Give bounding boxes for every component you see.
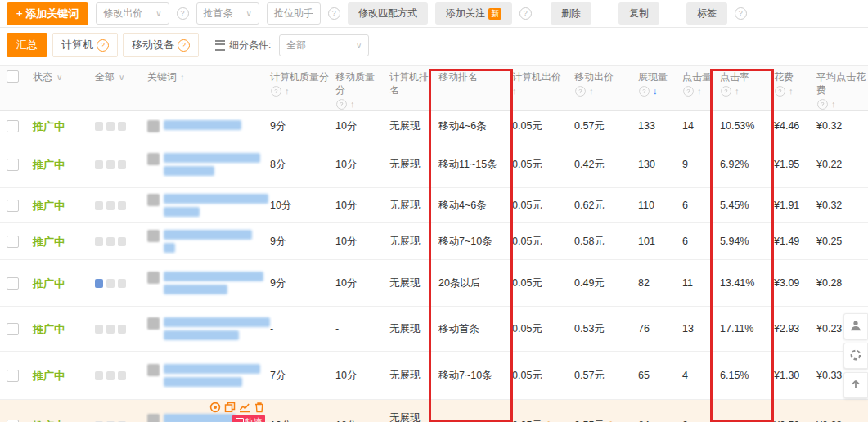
sort-icon[interactable]: ↑ <box>589 85 594 97</box>
trajectory-badge[interactable]: 轨迹 <box>232 415 265 422</box>
segment-filter-dropdown[interactable]: 全部 ∨ <box>279 34 369 56</box>
tab-computer[interactable]: 计算机 ? <box>52 33 118 57</box>
floating-sidebar <box>843 313 868 398</box>
keyword-cell: 轨迹 <box>141 414 263 422</box>
bid-value: 0.05元 <box>512 236 542 247</box>
help-icon[interactable]: ? <box>639 86 650 97</box>
help-icon[interactable]: ? <box>817 100 828 110</box>
column-header-mobile-quality-score[interactable]: 移动质量分?↑ <box>329 70 383 110</box>
grab-first-dropdown[interactable]: 抢首条 ∨ <box>196 2 259 25</box>
pc-rank-cell: 无展现 <box>383 234 432 249</box>
sort-icon[interactable]: ↑ <box>831 98 836 110</box>
keyword-cell <box>141 364 263 387</box>
add-watch-button[interactable]: 添加关注 新 <box>435 2 512 25</box>
column-label: 状态 <box>33 71 52 83</box>
pc-quality-score-cell: 7分 <box>263 368 329 384</box>
device-icon <box>106 371 115 380</box>
column-header-pc-quality-score[interactable]: 计算机质量分?↑ <box>263 70 329 97</box>
record-icon[interactable] <box>209 401 221 413</box>
column-header-mobile-rank[interactable]: 移动排名 <box>432 70 506 83</box>
sort-icon[interactable]: ↑ <box>350 98 355 110</box>
help-icon[interactable]: ? <box>271 86 281 97</box>
copy-button[interactable]: 复制 <box>618 2 659 25</box>
column-header-keyword[interactable]: 关键词↑ <box>141 70 263 83</box>
help-icon[interactable]: ? <box>177 7 189 20</box>
trend-chart-icon[interactable] <box>238 401 250 413</box>
copy-creative-icon[interactable] <box>223 401 236 413</box>
tab-mobile[interactable]: 移动设备 ? <box>123 33 199 57</box>
column-header-icons: ?↑ <box>816 98 867 110</box>
rank-assistant-button[interactable]: 抢位助手 <box>267 2 321 25</box>
help-icon[interactable]: ? <box>575 86 586 97</box>
float-button-customer-service[interactable] <box>843 313 868 339</box>
segment-filter-label: 细分条件: <box>229 38 271 52</box>
row-checkbox[interactable] <box>7 200 19 212</box>
float-button-campaign[interactable] <box>843 343 868 369</box>
help-icon[interactable]: ? <box>519 7 532 20</box>
modify-bid-dropdown[interactable]: 修改出价 ∨ <box>96 2 169 25</box>
sort-icon[interactable]: ↑ <box>697 85 702 97</box>
column-header-cost[interactable]: 花费?↑ <box>767 70 810 97</box>
help-icon[interactable]: ? <box>178 39 190 52</box>
row-checkbox[interactable] <box>7 277 19 290</box>
select-all-checkbox[interactable] <box>7 70 19 83</box>
ctr-cell: 5.45% <box>713 198 767 213</box>
mobile-quality-score-cell: 10分 <box>329 276 383 291</box>
sort-icon[interactable]: ↑ <box>735 85 740 97</box>
row-select-cell <box>0 200 26 212</box>
modify-match-type-button[interactable]: 修改匹配方式 <box>348 2 428 25</box>
help-icon[interactable]: ? <box>775 86 785 97</box>
help-icon[interactable]: ? <box>683 86 694 97</box>
row-checkbox[interactable] <box>7 236 19 248</box>
sort-icon[interactable]: ↑ <box>285 85 290 97</box>
sort-icon[interactable]: ↑ <box>180 72 185 82</box>
keyword-blurred <box>147 317 263 340</box>
column-header-avg-click-cost[interactable]: 平均点击花费?↑ <box>810 70 867 110</box>
column-header-ctr[interactable]: 点击率?↑ <box>713 70 767 97</box>
add-keyword-button[interactable]: + 添加关键词 <box>7 2 88 25</box>
mobile-quality-score-cell: 10分 <box>329 119 383 134</box>
help-icon[interactable]: ? <box>735 7 747 20</box>
row-checkbox[interactable] <box>7 120 19 132</box>
sort-icon[interactable]: ↑ <box>789 85 794 97</box>
tab-summary[interactable]: 汇总 <box>7 33 47 57</box>
sort-icon[interactable]: ↓ <box>653 85 658 97</box>
cost-cell: ¥1.91 <box>767 198 810 213</box>
keyword-blur-bars <box>164 194 268 217</box>
column-header-mobile-bid[interactable]: 移动出价?↑ <box>568 70 632 97</box>
device-icons-cell <box>88 160 141 169</box>
column-header-pc-bid[interactable]: 计算机出价↑ <box>506 70 568 97</box>
delete-button[interactable]: 删除 <box>551 2 591 25</box>
column-header-clicks[interactable]: 点击量?↑ <box>676 70 713 97</box>
help-icon[interactable]: ? <box>336 100 347 110</box>
help-icon[interactable]: ? <box>97 39 109 52</box>
trash-icon[interactable] <box>253 401 265 413</box>
sort-icon[interactable]: ↑ <box>512 85 517 97</box>
status-cell: 推广中 <box>26 276 88 292</box>
column-header-pc-rank[interactable]: 计算机排名 <box>383 70 432 97</box>
pc-rank-cell: 无展现 <box>383 198 432 213</box>
column-header-device-filter[interactable]: 全部∨ <box>88 70 141 83</box>
row-checkbox[interactable] <box>7 323 19 335</box>
row-checkbox[interactable] <box>7 370 19 382</box>
tag-button[interactable]: 标签 <box>686 2 727 25</box>
customer-service-icon <box>849 319 862 334</box>
tab-computer-label: 计算机 <box>61 38 93 52</box>
mobile-bid-cell: 0.57元 <box>568 368 632 384</box>
avg-click-cost-cell: ¥0.32 <box>810 119 867 134</box>
help-icon[interactable]: ? <box>721 86 731 97</box>
modify-match-type-label: 修改匹配方式 <box>358 7 417 20</box>
keyword-blur-bar <box>164 377 242 387</box>
keyword-blur-bar <box>164 272 263 281</box>
float-button-back-to-top[interactable] <box>843 372 868 398</box>
column-label: 计算机质量分 <box>270 71 329 83</box>
pc-bid-cell: 0.05元✎ <box>506 418 568 422</box>
device-icon <box>118 237 126 246</box>
help-icon[interactable]: ? <box>328 7 340 20</box>
column-header-status[interactable]: 状态∨ <box>26 70 88 83</box>
row-checkbox[interactable] <box>7 159 19 171</box>
ctr-cell: 10.53% <box>713 119 767 134</box>
device-icon <box>95 160 103 169</box>
device-icon <box>118 279 126 288</box>
column-header-impressions[interactable]: 展现量?↓ <box>632 70 676 97</box>
